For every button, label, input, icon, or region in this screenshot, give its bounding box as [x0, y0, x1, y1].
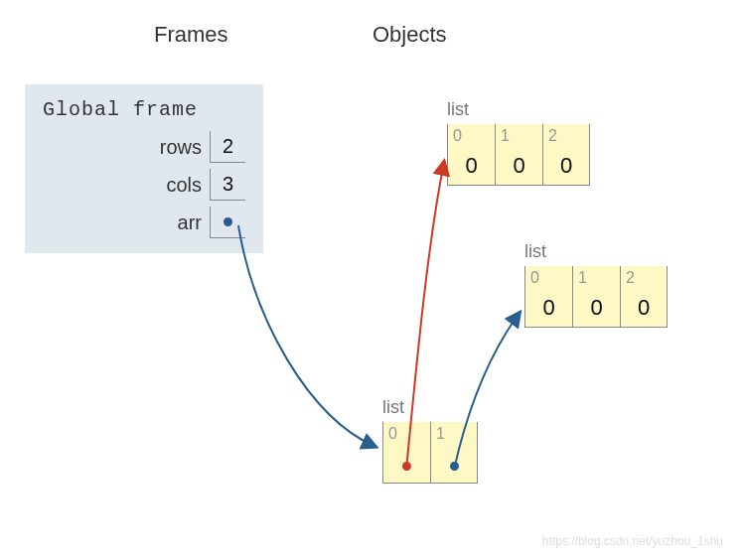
cell-value: 0	[448, 153, 495, 179]
var-name-rows: rows	[160, 136, 202, 159]
cell-index: 0	[530, 269, 539, 287]
objects-heading: Objects	[372, 22, 447, 48]
pointer-dot-cell1	[450, 462, 459, 471]
list-top: 0 0 1 0 2 0	[447, 124, 590, 186]
frames-heading: Frames	[154, 22, 228, 48]
cell-value	[383, 451, 430, 477]
cell-value: 0	[573, 295, 620, 321]
var-value-arr	[210, 207, 245, 238]
list-middle: 0 0 1 0 2 0	[524, 266, 668, 328]
list-label-bottom: list	[382, 397, 404, 418]
watermark: https://blog.csdn.net/yuzhou_1shu	[542, 534, 723, 548]
var-row-rows: rows 2	[43, 131, 245, 163]
pointer-dot-cell0	[402, 462, 411, 471]
var-name-cols: cols	[166, 174, 202, 197]
list-label-middle: list	[524, 241, 546, 262]
var-value-rows: 2	[210, 131, 245, 163]
var-name-arr: arr	[178, 211, 202, 234]
cell-value: 0	[543, 153, 589, 179]
list-bottom: 0 1	[382, 422, 478, 484]
list-cell: 2 0	[542, 124, 590, 186]
cell-index: 1	[436, 425, 445, 443]
pointer-dot-arr	[224, 217, 232, 226]
var-row-cols: cols 3	[43, 169, 245, 201]
var-value-cols: 3	[210, 169, 245, 201]
var-row-arr: arr	[43, 207, 245, 238]
list-cell: 1	[430, 422, 478, 484]
list-cell: 0	[382, 422, 430, 484]
list-cell: 1 0	[495, 124, 542, 186]
cell-index: 2	[548, 127, 557, 145]
cell-value	[431, 451, 477, 477]
cell-index: 0	[453, 127, 462, 145]
list-cell: 1 0	[572, 266, 620, 328]
cell-value: 0	[621, 295, 667, 321]
list-cell: 0 0	[447, 124, 495, 186]
list-cell: 0 0	[524, 266, 572, 328]
cell-index: 1	[578, 269, 587, 287]
arrow-arr-to-bottom	[238, 225, 375, 447]
cell-value: 0	[496, 153, 542, 179]
global-frame-title: Global frame	[43, 98, 245, 121]
cell-index: 2	[626, 269, 635, 287]
list-cell: 2 0	[620, 266, 668, 328]
cell-index: 1	[501, 127, 510, 145]
cell-value: 0	[525, 295, 572, 321]
cell-index: 0	[388, 425, 397, 443]
list-label-top: list	[447, 99, 469, 120]
global-frame: Global frame rows 2 cols 3 arr	[25, 84, 263, 253]
